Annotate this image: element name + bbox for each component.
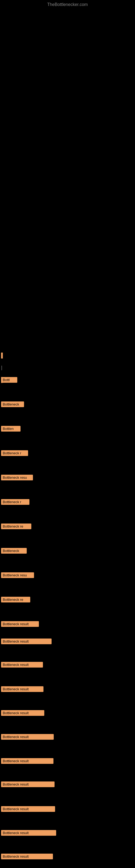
bottleneck-result-item[interactable]: Bottleneck resu <box>1 572 34 579</box>
bottleneck-label-text: Bottl <box>1 377 17 383</box>
bottleneck-result-item[interactable]: Bottleneck result <box>1 781 54 788</box>
bottleneck-label-text: Bottleneck re <box>1 524 31 529</box>
bottleneck-label-text: Bottleneck <box>1 401 24 407</box>
bottleneck-result-item[interactable]: Bottleneck result <box>1 686 43 693</box>
bottleneck-result-item[interactable]: Bottleneck result <box>1 621 39 628</box>
bottleneck-result-item[interactable]: Bottleneck result <box>1 806 55 813</box>
site-title: TheBottlenecker.com <box>0 0 135 7</box>
bottleneck-label-text: Bottleneck result <box>1 758 53 764</box>
bottleneck-result-item[interactable]: Bottleneck r <box>1 499 30 506</box>
bottleneck-result-item[interactable]: Bottleneck result <box>1 639 52 645</box>
bottleneck-result-item[interactable]: Bottleneck result <box>1 662 43 669</box>
cursor-2: | <box>1 365 2 371</box>
bottleneck-label-text: Bottleneck resu <box>1 475 33 480</box>
bottleneck-result-item[interactable]: Bottleneck re <box>1 524 31 530</box>
bottleneck-label-text: Bottleneck result <box>1 686 43 692</box>
bottleneck-result-item[interactable]: Bottleneck result <box>1 734 54 741</box>
bottleneck-label-text: Bottlen <box>1 426 20 432</box>
bottleneck-label-text: Bottleneck r <box>1 499 30 505</box>
cursor-1: ▌ <box>1 352 5 358</box>
bottleneck-label-text: Bottleneck result <box>1 710 44 716</box>
bottleneck-result-item[interactable]: Bottleneck <box>1 401 24 408</box>
bottleneck-label-text: Bottleneck result <box>1 781 54 787</box>
bottleneck-label-text: Bottleneck re <box>1 597 30 602</box>
bottleneck-label-text: Bottleneck result <box>1 806 55 812</box>
bottleneck-label-text: Bottleneck result <box>1 639 52 644</box>
bottleneck-result-item[interactable]: Bottleneck resu <box>1 475 33 482</box>
bottleneck-label-text: Bottleneck result <box>1 734 54 740</box>
bottleneck-label-text: Bottleneck result <box>1 830 56 836</box>
bottleneck-label-text: Bottleneck r <box>1 450 28 456</box>
bottleneck-result-item[interactable]: Bottleneck result <box>1 830 56 837</box>
bottleneck-result-item[interactable]: Bottl <box>1 377 17 384</box>
bottleneck-label-text: Bottleneck result <box>1 662 43 668</box>
bottleneck-result-item[interactable]: Bottleneck re <box>1 597 30 603</box>
bottleneck-label-text: Bottleneck result <box>1 854 53 859</box>
bottleneck-result-item[interactable]: Bottleneck result <box>1 710 44 717</box>
bottleneck-label-text: Bottleneck <box>1 548 27 554</box>
bottleneck-result-item[interactable]: Bottleneck result <box>1 854 53 860</box>
bottleneck-result-item[interactable]: Bottleneck <box>1 548 27 555</box>
bottleneck-result-item[interactable]: Bottlen <box>1 426 20 433</box>
bottleneck-label-text: Bottleneck result <box>1 621 39 627</box>
bottleneck-result-item[interactable]: Bottleneck r <box>1 450 28 457</box>
bottleneck-label-text: Bottleneck resu <box>1 572 34 578</box>
bottleneck-result-item[interactable]: Bottleneck result <box>1 758 53 765</box>
